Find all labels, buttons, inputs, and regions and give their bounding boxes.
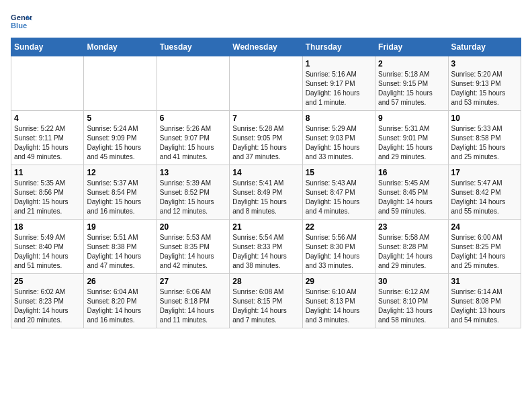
calendar-cell: 27Sunrise: 6:06 AM Sunset: 8:18 PM Dayli… (157, 274, 229, 328)
day-info: Sunrise: 5:53 AM Sunset: 8:35 PM Dayligh… (160, 233, 226, 271)
calendar-cell: 25Sunrise: 6:02 AM Sunset: 8:23 PM Dayli… (11, 274, 84, 328)
calendar-cell: 15Sunrise: 5:43 AM Sunset: 8:47 PM Dayli… (302, 165, 375, 220)
day-number: 8 (306, 113, 372, 123)
calendar-cell: 31Sunrise: 6:14 AM Sunset: 8:08 PM Dayli… (448, 274, 521, 328)
calendar-cell: 12Sunrise: 5:37 AM Sunset: 8:54 PM Dayli… (84, 165, 157, 220)
col-header-friday: Friday (375, 38, 448, 56)
calendar-cell: 20Sunrise: 5:53 AM Sunset: 8:35 PM Dayli… (157, 220, 229, 274)
day-info: Sunrise: 5:37 AM Sunset: 8:54 PM Dayligh… (87, 179, 153, 216)
day-info: Sunrise: 5:58 AM Sunset: 8:28 PM Dayligh… (378, 233, 445, 271)
calendar-cell: 24Sunrise: 6:00 AM Sunset: 8:25 PM Dayli… (448, 220, 521, 274)
day-info: Sunrise: 5:24 AM Sunset: 9:09 PM Dayligh… (87, 124, 153, 162)
week-row-2: 11Sunrise: 5:35 AM Sunset: 8:56 PM Dayli… (11, 165, 521, 220)
day-info: Sunrise: 5:18 AM Sunset: 9:15 PM Dayligh… (378, 70, 445, 107)
day-number: 11 (14, 168, 81, 177)
day-number: 21 (232, 222, 299, 232)
calendar-cell: 30Sunrise: 6:12 AM Sunset: 8:10 PM Dayli… (375, 274, 448, 328)
calendar-cell: 21Sunrise: 5:54 AM Sunset: 8:33 PM Dayli… (230, 220, 302, 274)
calendar-cell: 3Sunrise: 5:20 AM Sunset: 9:13 PM Daylig… (448, 56, 521, 111)
week-row-0: 1Sunrise: 5:16 AM Sunset: 9:17 PM Daylig… (11, 56, 521, 111)
calendar-cell: 14Sunrise: 5:41 AM Sunset: 8:49 PM Dayli… (230, 165, 302, 220)
day-number: 2 (378, 59, 445, 68)
day-number: 26 (87, 277, 153, 286)
day-number: 23 (378, 222, 445, 232)
day-number: 25 (14, 277, 81, 286)
logo-icon: General Blue (11, 11, 32, 32)
page-header: General Blue (11, 11, 521, 32)
day-info: Sunrise: 5:45 AM Sunset: 8:45 PM Dayligh… (378, 179, 445, 216)
day-info: Sunrise: 5:49 AM Sunset: 8:40 PM Dayligh… (14, 233, 81, 271)
day-number: 9 (378, 113, 445, 123)
day-info: Sunrise: 6:04 AM Sunset: 8:20 PM Dayligh… (87, 287, 153, 325)
day-info: Sunrise: 6:14 AM Sunset: 8:08 PM Dayligh… (451, 287, 518, 325)
day-number: 7 (232, 113, 299, 123)
calendar-cell (11, 56, 84, 111)
day-info: Sunrise: 5:26 AM Sunset: 9:07 PM Dayligh… (160, 124, 226, 162)
calendar-cell: 26Sunrise: 6:04 AM Sunset: 8:20 PM Dayli… (84, 274, 157, 328)
calendar-cell: 4Sunrise: 5:22 AM Sunset: 9:11 PM Daylig… (11, 111, 84, 165)
calendar-cell: 17Sunrise: 5:47 AM Sunset: 8:42 PM Dayli… (448, 165, 521, 220)
col-header-sunday: Sunday (11, 38, 84, 56)
calendar-cell: 5Sunrise: 5:24 AM Sunset: 9:09 PM Daylig… (84, 111, 157, 165)
day-info: Sunrise: 5:22 AM Sunset: 9:11 PM Dayligh… (14, 124, 81, 162)
calendar-cell: 11Sunrise: 5:35 AM Sunset: 8:56 PM Dayli… (11, 165, 84, 220)
week-row-3: 18Sunrise: 5:49 AM Sunset: 8:40 PM Dayli… (11, 220, 521, 274)
day-info: Sunrise: 5:33 AM Sunset: 8:58 PM Dayligh… (451, 124, 518, 162)
day-info: Sunrise: 5:56 AM Sunset: 8:30 PM Dayligh… (306, 233, 372, 271)
calendar-table: SundayMondayTuesdayWednesdayThursdayFrid… (11, 38, 521, 328)
col-header-thursday: Thursday (302, 38, 375, 56)
day-number: 1 (306, 59, 372, 68)
day-number: 30 (378, 277, 445, 286)
day-info: Sunrise: 5:39 AM Sunset: 8:52 PM Dayligh… (160, 179, 226, 216)
calendar-cell: 29Sunrise: 6:10 AM Sunset: 8:13 PM Dayli… (302, 274, 375, 328)
day-number: 15 (306, 168, 372, 177)
day-info: Sunrise: 5:29 AM Sunset: 9:03 PM Dayligh… (306, 124, 372, 162)
calendar-cell: 16Sunrise: 5:45 AM Sunset: 8:45 PM Dayli… (375, 165, 448, 220)
day-number: 10 (451, 113, 518, 123)
day-number: 13 (160, 168, 226, 177)
day-info: Sunrise: 6:00 AM Sunset: 8:25 PM Dayligh… (451, 233, 518, 271)
day-number: 24 (451, 222, 518, 232)
day-number: 14 (232, 168, 299, 177)
day-info: Sunrise: 5:41 AM Sunset: 8:49 PM Dayligh… (232, 179, 299, 216)
day-info: Sunrise: 6:10 AM Sunset: 8:13 PM Dayligh… (306, 287, 372, 325)
calendar-cell: 2Sunrise: 5:18 AM Sunset: 9:15 PM Daylig… (375, 56, 448, 111)
calendar-cell: 19Sunrise: 5:51 AM Sunset: 8:38 PM Dayli… (84, 220, 157, 274)
day-info: Sunrise: 5:35 AM Sunset: 8:56 PM Dayligh… (14, 179, 81, 216)
day-info: Sunrise: 5:16 AM Sunset: 9:17 PM Dayligh… (306, 70, 372, 107)
calendar-cell (230, 56, 302, 111)
day-info: Sunrise: 5:20 AM Sunset: 9:13 PM Dayligh… (451, 70, 518, 107)
day-info: Sunrise: 6:12 AM Sunset: 8:10 PM Dayligh… (378, 287, 445, 325)
day-number: 6 (160, 113, 226, 123)
day-number: 5 (87, 113, 153, 123)
week-row-1: 4Sunrise: 5:22 AM Sunset: 9:11 PM Daylig… (11, 111, 521, 165)
calendar-cell: 6Sunrise: 5:26 AM Sunset: 9:07 PM Daylig… (157, 111, 229, 165)
day-number: 31 (451, 277, 518, 286)
logo: General Blue (11, 11, 32, 32)
calendar-cell: 9Sunrise: 5:31 AM Sunset: 9:01 PM Daylig… (375, 111, 448, 165)
col-header-saturday: Saturday (448, 38, 521, 56)
day-info: Sunrise: 6:02 AM Sunset: 8:23 PM Dayligh… (14, 287, 81, 325)
day-info: Sunrise: 6:06 AM Sunset: 8:18 PM Dayligh… (160, 287, 226, 325)
day-info: Sunrise: 6:08 AM Sunset: 8:15 PM Dayligh… (232, 287, 299, 325)
day-number: 20 (160, 222, 226, 232)
col-header-monday: Monday (84, 38, 157, 56)
day-number: 12 (87, 168, 153, 177)
week-row-4: 25Sunrise: 6:02 AM Sunset: 8:23 PM Dayli… (11, 274, 521, 328)
calendar-cell: 10Sunrise: 5:33 AM Sunset: 8:58 PM Dayli… (448, 111, 521, 165)
calendar-cell: 1Sunrise: 5:16 AM Sunset: 9:17 PM Daylig… (302, 56, 375, 111)
calendar-cell: 7Sunrise: 5:28 AM Sunset: 9:05 PM Daylig… (230, 111, 302, 165)
calendar-cell: 23Sunrise: 5:58 AM Sunset: 8:28 PM Dayli… (375, 220, 448, 274)
day-number: 22 (306, 222, 372, 232)
calendar-cell: 13Sunrise: 5:39 AM Sunset: 8:52 PM Dayli… (157, 165, 229, 220)
day-number: 17 (451, 168, 518, 177)
day-number: 19 (87, 222, 153, 232)
day-number: 29 (306, 277, 372, 286)
calendar-cell: 18Sunrise: 5:49 AM Sunset: 8:40 PM Dayli… (11, 220, 84, 274)
day-number: 28 (232, 277, 299, 286)
col-header-wednesday: Wednesday (230, 38, 302, 56)
day-number: 16 (378, 168, 445, 177)
calendar-cell: 8Sunrise: 5:29 AM Sunset: 9:03 PM Daylig… (302, 111, 375, 165)
day-number: 27 (160, 277, 226, 286)
day-info: Sunrise: 5:47 AM Sunset: 8:42 PM Dayligh… (451, 179, 518, 216)
